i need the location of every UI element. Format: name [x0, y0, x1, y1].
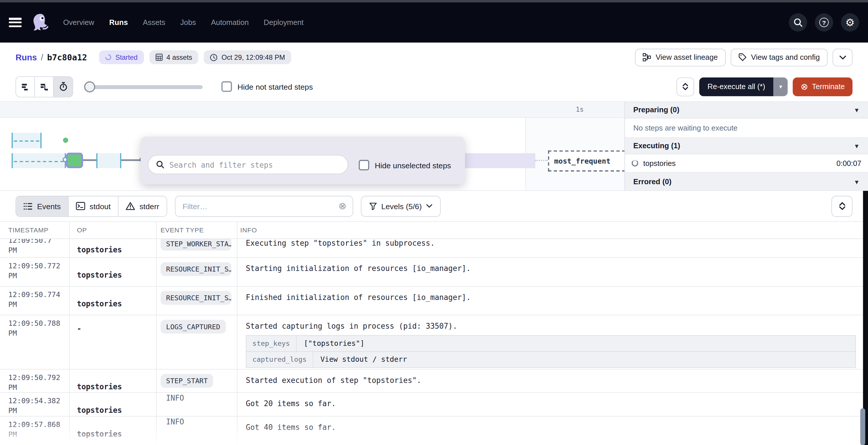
col-info[interactable]: INFO: [240, 226, 257, 234]
panel-section-executing[interactable]: Executing (1) ▼: [625, 138, 868, 154]
event-type-badge: LOGS_CAPTURED: [160, 320, 226, 334]
executing-step-name: topstories: [643, 159, 676, 167]
search-icon: [793, 18, 803, 27]
view-tags-config-button[interactable]: View tags and config: [731, 48, 827, 66]
asset-grid-icon: [155, 54, 162, 61]
assets-badge[interactable]: 4 assets: [149, 50, 198, 64]
expand-collapse-button[interactable]: [676, 77, 694, 96]
log-filter-input[interactable]: [175, 202, 339, 211]
tab-stdout[interactable]: stdout: [68, 196, 119, 216]
chevron-up-icon: [839, 202, 845, 206]
terminate-button[interactable]: ⊗ Terminate: [793, 77, 852, 96]
events-log-section: Events stdout stderr ⊗ Levels (5/6): [0, 191, 868, 445]
caret-down-icon: ▼: [854, 142, 860, 149]
zoom-slider-handle[interactable]: [84, 81, 95, 92]
breadcrumb-separator: /: [41, 52, 43, 62]
dagster-logo-icon[interactable]: [31, 12, 50, 33]
executing-step-row[interactable]: topstories 0:00:07: [625, 154, 868, 173]
flat-list-icon: [21, 82, 30, 91]
search-button[interactable]: [789, 13, 807, 32]
metadata-value-link[interactable]: View stdout / stderr: [313, 351, 856, 368]
zoom-slider-track[interactable]: [84, 85, 203, 89]
event-row[interactable]: 12:09:50.774PM topstories RESOURCE_INIT_…: [0, 286, 868, 315]
step-search-input[interactable]: [169, 160, 340, 169]
app-window: Overview Runs Assets Jobs Automation Dep…: [0, 0, 868, 445]
panel-section-preparing[interactable]: Preparing (0) ▼: [625, 102, 868, 118]
step-search-box: [148, 155, 348, 174]
col-op[interactable]: OP: [77, 226, 87, 234]
gantt-step-running-topstories[interactable]: [66, 152, 83, 168]
reexecute-dropdown-button[interactable]: ▼: [774, 77, 788, 96]
hide-unselected-checkbox[interactable]: [359, 160, 369, 170]
status-badge: Started: [99, 50, 144, 64]
nav-item-automation[interactable]: Automation: [211, 18, 249, 27]
run-id: b7c80a12: [47, 52, 87, 62]
gantt-search-overlay: Hide unselected steps: [141, 137, 465, 184]
flat-view-button[interactable]: [16, 77, 35, 97]
start-time-badge: Oct 29, 12:09:48 PM: [204, 50, 291, 64]
metadata-value: ["topstories"]: [297, 335, 856, 352]
metadata-row: step_keys ["topstories"]: [246, 335, 856, 352]
hide-not-started-checkbox[interactable]: [221, 81, 232, 92]
log-type-tabs: Events stdout stderr: [16, 196, 167, 216]
tab-events[interactable]: Events: [16, 196, 68, 216]
gear-icon: ⚙: [845, 17, 855, 28]
gantt-step-label-most-frequent[interactable]: most_frequent: [548, 150, 631, 171]
run-header: Runs / b7c80a12 Started 4 assets Oct 29,…: [0, 43, 868, 72]
event-row[interactable]: 12:09:54.382PM topstories INFO Got 20 it…: [0, 393, 868, 417]
scrollbar-thumb[interactable]: [860, 408, 865, 445]
event-type-badge: STEP_START: [160, 374, 213, 388]
breadcrumb-runs-link[interactable]: Runs: [16, 52, 37, 62]
run-toolbar: Hide not started steps Re-execute all (*…: [0, 72, 868, 102]
levels-dropdown-button[interactable]: Levels (5/6): [361, 196, 441, 216]
nav-item-jobs[interactable]: Jobs: [180, 18, 196, 27]
nav-item-deployment[interactable]: Deployment: [264, 18, 303, 27]
gantt-step-pending[interactable]: [96, 153, 121, 168]
event-row[interactable]: 12:09:50.788PM - LOGS_CAPTURED Started c…: [0, 315, 868, 370]
zoom-slider: [84, 80, 203, 93]
step-spinner-icon: [632, 160, 639, 167]
gantt-step-not-started-2[interactable]: [11, 153, 66, 168]
tab-stderr[interactable]: stderr: [119, 196, 167, 216]
event-row[interactable]: 12:09:50.7PM topstories STEP_WORKER_STA……: [0, 239, 868, 258]
timer-view-button[interactable]: [54, 77, 72, 97]
panel-section-errored[interactable]: Errored (0) ▼: [625, 173, 868, 191]
col-event-type[interactable]: EVENT TYPE: [160, 226, 204, 234]
gantt-dotted-connector: [535, 160, 548, 161]
event-metadata-table: step_keys ["topstories"] captured_logs V…: [246, 335, 856, 368]
scrollbar-track[interactable]: [863, 191, 868, 445]
nav-item-overview[interactable]: Overview: [63, 18, 94, 27]
event-type-plain: INFO: [157, 417, 184, 426]
col-timestamp[interactable]: TIMESTAMP: [8, 226, 49, 234]
nav-actions: ? ⚙: [789, 13, 859, 32]
settings-button[interactable]: ⚙: [841, 13, 859, 32]
hamburger-menu-icon[interactable]: [9, 18, 22, 27]
more-actions-button[interactable]: [833, 48, 852, 66]
clear-filter-icon[interactable]: ⊗: [339, 200, 346, 212]
event-row[interactable]: 12:09:50.792PM topstories STEP_START Sta…: [0, 370, 868, 393]
lineage-icon: [643, 53, 651, 62]
event-type-badge: RESOURCE_INIT_S…: [160, 262, 231, 276]
reexecute-all-button[interactable]: Re-execute all (*): [699, 77, 773, 96]
gantt-step-not-started-1[interactable]: [11, 133, 41, 148]
nav-links: Overview Runs Assets Jobs Automation Dep…: [63, 18, 303, 27]
top-nav: Overview Runs Assets Jobs Automation Dep…: [0, 2, 868, 43]
spinner-icon: [104, 53, 113, 62]
event-row[interactable]: 12:09:57.868PM topstories INFO Got 40 it…: [0, 417, 868, 445]
preparing-empty-message: No steps are waiting to execute: [625, 118, 868, 138]
waterfall-view-button[interactable]: [35, 77, 54, 97]
gantt-step-dot[interactable]: [63, 138, 68, 143]
view-asset-lineage-button[interactable]: View asset lineage: [635, 48, 725, 66]
gantt-connector-dot-left: [62, 157, 67, 162]
hide-unselected-label: Hide unselected steps: [375, 161, 451, 170]
caret-down-icon: ▼: [854, 178, 860, 185]
chevron-down-icon: [682, 87, 688, 90]
event-row[interactable]: 12:09:50.772PM topstories RESOURCE_INIT_…: [0, 258, 868, 286]
terminal-icon: [76, 202, 85, 210]
help-button[interactable]: ?: [815, 13, 833, 32]
nav-item-assets[interactable]: Assets: [143, 18, 165, 27]
nav-item-runs[interactable]: Runs: [109, 18, 128, 27]
expand-log-panel-button[interactable]: [831, 196, 852, 216]
executing-step-elapsed: 0:00:07: [836, 159, 861, 167]
timeline-tick-label: 1s: [576, 106, 584, 113]
